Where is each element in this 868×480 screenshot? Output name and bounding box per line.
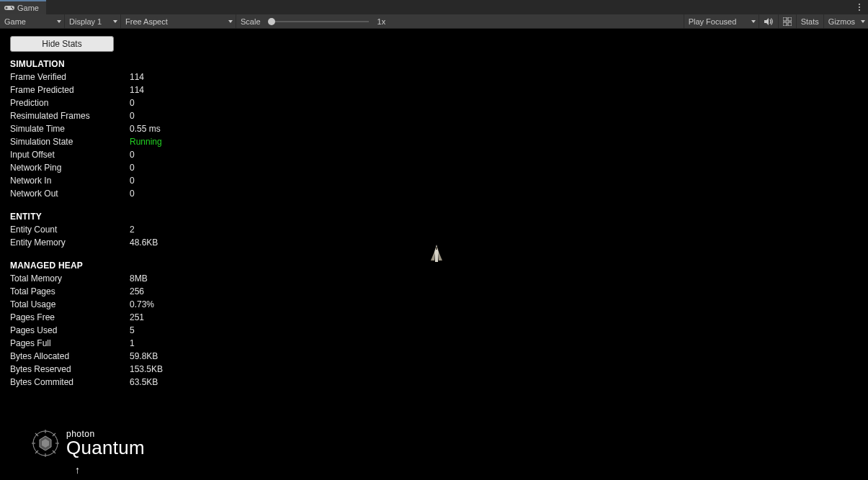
grid-icon bbox=[783, 17, 792, 26]
display-dropdown[interactable]: Display 1 bbox=[65, 14, 121, 28]
stat-row: Simulation StateRunning bbox=[10, 135, 163, 148]
svg-point-4 bbox=[12, 8, 14, 9]
stat-label: Pages Used bbox=[10, 325, 130, 335]
stat-value: 0 bbox=[130, 150, 135, 160]
stats-overlay: Hide Stats SIMULATIONFrame Verified114Fr… bbox=[10, 36, 163, 389]
game-mode-dropdown[interactable]: Game bbox=[0, 14, 65, 28]
stat-row: Entity Memory48.6KB bbox=[10, 236, 163, 249]
photon-quantum-logo: photon Quantum bbox=[30, 428, 145, 458]
dropdown-label: Gizmos bbox=[828, 17, 855, 26]
slider-thumb[interactable] bbox=[268, 18, 275, 25]
stat-label: Pages Full bbox=[10, 338, 130, 348]
hide-stats-button[interactable]: Hide Stats bbox=[10, 36, 114, 52]
stat-value: 5 bbox=[130, 325, 135, 335]
stat-row: Network In0 bbox=[10, 174, 163, 187]
mute-audio-button[interactable] bbox=[759, 14, 778, 28]
stat-row: Frame Verified114 bbox=[10, 71, 163, 83]
stat-row: Input Offset0 bbox=[10, 148, 163, 161]
svg-marker-11 bbox=[431, 252, 434, 261]
stat-label: Bytes Commited bbox=[10, 377, 130, 387]
stat-value: 0 bbox=[130, 189, 135, 199]
stat-value: 0 bbox=[130, 98, 135, 108]
logo-title: Quantum bbox=[66, 438, 145, 457]
stat-label: Entity Count bbox=[10, 225, 130, 235]
stat-value: 0.73% bbox=[130, 299, 154, 309]
stat-value: 0.55 ms bbox=[130, 124, 161, 134]
scale-slider[interactable] bbox=[265, 14, 373, 28]
speaker-icon bbox=[764, 17, 774, 26]
stat-label: Bytes Reserved bbox=[10, 364, 130, 374]
kebab-menu-icon[interactable] bbox=[854, 0, 865, 14]
dropdown-label: Display 1 bbox=[69, 17, 102, 26]
stat-label: Resimulated Frames bbox=[10, 111, 130, 121]
stat-label: Simulation State bbox=[10, 137, 130, 147]
stat-value: 251 bbox=[130, 312, 144, 322]
chevron-down-icon bbox=[228, 20, 233, 23]
stat-label: Pages Free bbox=[10, 312, 130, 322]
svg-point-3 bbox=[11, 6, 12, 8]
stat-row: Frame Predicted114 bbox=[10, 83, 163, 96]
stat-label: Bytes Allocated bbox=[10, 351, 130, 361]
scale-label: Scale bbox=[236, 14, 265, 28]
gizmos-dropdown[interactable]: Gizmos bbox=[823, 14, 868, 28]
stat-value: 0 bbox=[130, 176, 135, 186]
stat-row: Bytes Reserved153.5KB bbox=[10, 363, 163, 376]
stat-row: Bytes Commited63.5KB bbox=[10, 376, 163, 389]
stat-label: Total Pages bbox=[10, 286, 130, 296]
stat-row: Simulate Time0.55 ms bbox=[10, 122, 163, 135]
stat-row: Network Ping0 bbox=[10, 161, 163, 174]
stat-value: 59.8KB bbox=[130, 351, 158, 361]
maximize-button[interactable] bbox=[778, 14, 796, 28]
svg-rect-13 bbox=[436, 247, 437, 250]
stat-label: Network Ping bbox=[10, 163, 130, 173]
stat-row: Pages Full1 bbox=[10, 337, 163, 350]
stat-row: Entity Count2 bbox=[10, 223, 163, 236]
svg-marker-12 bbox=[439, 252, 442, 261]
stat-row: Total Usage0.73% bbox=[10, 298, 163, 311]
stat-label: Frame Verified bbox=[10, 72, 130, 82]
stat-label: Network Out bbox=[10, 189, 130, 199]
stat-label: Network In bbox=[10, 176, 130, 186]
stat-row: Resimulated Frames0 bbox=[10, 109, 163, 122]
button-label: Hide Stats bbox=[42, 39, 81, 49]
tab-bar: Game bbox=[0, 0, 868, 14]
dropdown-label: Free Aspect bbox=[125, 17, 168, 26]
stat-value: 2 bbox=[130, 225, 135, 235]
svg-rect-7 bbox=[788, 17, 792, 21]
stat-value: 256 bbox=[130, 286, 144, 296]
svg-rect-8 bbox=[783, 22, 787, 26]
button-label: Stats bbox=[801, 17, 819, 26]
tab-game[interactable]: Game bbox=[0, 0, 46, 14]
stat-label: Total Memory bbox=[10, 273, 130, 284]
stat-value: 114 bbox=[130, 72, 144, 82]
stat-value: 63.5KB bbox=[130, 377, 158, 387]
player-ship bbox=[429, 245, 444, 262]
svg-marker-5 bbox=[764, 18, 769, 25]
stat-row: Prediction0 bbox=[10, 96, 163, 109]
aspect-dropdown[interactable]: Free Aspect bbox=[121, 14, 236, 28]
dropdown-label: Game bbox=[4, 17, 26, 26]
stat-value: 0 bbox=[130, 111, 135, 121]
gamepad-icon bbox=[4, 4, 14, 12]
section-title: ENTITY bbox=[10, 212, 163, 222]
stat-value: 0 bbox=[130, 163, 135, 173]
stat-label: Simulate Time bbox=[10, 124, 130, 134]
stat-label: Total Usage bbox=[10, 299, 130, 309]
svg-rect-6 bbox=[783, 17, 787, 21]
chevron-down-icon bbox=[861, 20, 865, 23]
up-arrow-icon: ↑ bbox=[75, 464, 80, 476]
stat-value: 8MB bbox=[130, 273, 148, 284]
svg-rect-9 bbox=[788, 22, 792, 26]
svg-rect-2 bbox=[6, 8, 8, 9]
stat-label: Frame Predicted bbox=[10, 85, 130, 95]
quantum-logo-icon bbox=[30, 428, 61, 458]
scale-value: 1x bbox=[373, 14, 390, 28]
stat-label: Prediction bbox=[10, 98, 130, 108]
stats-button[interactable]: Stats bbox=[796, 14, 823, 28]
stat-value: 1 bbox=[130, 338, 135, 348]
stat-value: 48.6KB bbox=[130, 237, 158, 248]
chevron-down-icon bbox=[57, 20, 61, 23]
play-focused-dropdown[interactable]: Play Focused bbox=[684, 14, 759, 28]
stat-label: Input Offset bbox=[10, 150, 130, 160]
section-title: SIMULATION bbox=[10, 59, 163, 69]
